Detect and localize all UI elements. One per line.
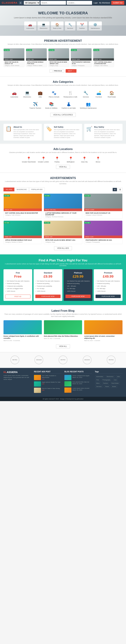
tag-photography[interactable]: Photography (101, 378, 111, 381)
ad-grid-card-6[interactable]: For SalePRICE: £100 PHOTOGRAPHY SERVICES… (84, 220, 122, 244)
blog-title-2: Duis placerat felis vitae dui finibus bi… (44, 335, 82, 337)
cat-services[interactable]: 🔧Services (80, 89, 92, 100)
ad-card-3[interactable]: For SalePRICE: £50 PETS FOR SALES IN NEW… (48, 48, 69, 67)
submit-ad-button[interactable]: SUBMIT AD (111, 1, 124, 5)
cat-jobs[interactable]: 💼Jobs (34, 89, 46, 100)
tag-bikes[interactable]: Bikes (95, 382, 101, 384)
tab-all-ads[interactable]: ALL ADS (4, 188, 14, 192)
cat-pets[interactable]: 🐾Pets & Animals (47, 89, 61, 100)
prev-button[interactable]: ← PREVIOUS (50, 69, 64, 73)
ad-card-4[interactable]: For SalePRICE: £100 PHOTOGRAPHY SERVICES… (71, 48, 92, 67)
tab-popular-ads[interactable]: POPULAR ADS (29, 188, 45, 192)
badge-5[interactable]: RETRO (107, 356, 115, 364)
cat-travel[interactable]: ✈️Travel & Tourism (28, 100, 43, 111)
wishlist-link[interactable]: My Wishlisted (99, 2, 110, 4)
tag-realestate[interactable]: Real Estate (110, 382, 120, 384)
next-button[interactable]: NEXT → (66, 69, 76, 73)
footer-ad-3[interactable]: Pets for Sales in New Jersey£50 (34, 388, 62, 393)
plan-premium-btn[interactable]: PURCHASE NOW (95, 294, 121, 298)
ad-grid-card-1[interactable]: For SalePRICE: £15 HOT COFFEE AVAILABLE … (4, 194, 42, 219)
location-input[interactable] (67, 1, 92, 5)
cat-fashion[interactable]: 👗Fashion & Lab Style (60, 100, 77, 111)
footer-tags-title: Tags (95, 371, 122, 374)
plan-platinum-btn[interactable]: PURCHASE NOW (65, 294, 91, 298)
ad-card-5[interactable]: For SalePRICE: £15 HOT COFFEE AVAILABLE … (93, 48, 114, 67)
location-manchester[interactable]: 📍Greater Manchester (22, 156, 36, 163)
badge-3[interactable]: RETRO (59, 356, 67, 364)
view-all-locations-button[interactable]: VIEW ALL (56, 165, 70, 169)
cat-books[interactable]: 📚Books & Hobbies (44, 100, 59, 111)
menu-icon[interactable]: ☰ (19, 1, 22, 4)
pricing-subtitle: A advertisement section where we have tw… (4, 263, 122, 266)
tag-cars[interactable]: Cars (113, 378, 118, 381)
buy-text: Sed ut perspiciatis unde omnis iste natu… (94, 129, 120, 138)
list-view-button[interactable]: ☰ (118, 188, 122, 192)
cat-working[interactable]: 👥Working & Maintenance (78, 100, 98, 111)
advertisements-title: ADVERTISEMENTS (4, 176, 122, 180)
tag-jobs[interactable]: Jobs (116, 375, 121, 378)
view-all-ads-button[interactable]: VIEW ALL ADS (54, 246, 72, 250)
login-link[interactable]: Login (93, 2, 98, 4)
cat-furniture[interactable]: 🛋️Furniture (93, 89, 105, 100)
hero-title: WELCOME TO CLASSIERA (4, 11, 122, 15)
blog-card-1[interactable]: Donec volutpat lorem ligula, in vestibul… (4, 320, 42, 342)
plan-standard-name: Standard (35, 272, 61, 274)
tag-travel[interactable]: Travel (104, 385, 110, 388)
footer-ad-2[interactable]: Apple Iphone Mobile For Sale£99 (34, 381, 62, 386)
footer-blog-title: BLOG RECENT POSTS (64, 371, 92, 374)
badge-2[interactable]: DESIGN (35, 356, 43, 364)
location-paisley[interactable]: 📍Paisley (51, 156, 63, 163)
tag-fashion[interactable]: Fashion (102, 382, 109, 384)
blog-card-3[interactable]: Lorem ipsum dolor sit amet, consectetur … (84, 320, 122, 342)
ad-grid-card-4[interactable]: For SaleFREE: £99 APPLE IPHONE MOBILE FO… (4, 220, 42, 244)
hero-section: WELCOME TO CLASSIERA Lorem Ipsum is simp… (0, 6, 126, 36)
plan-free-btn[interactable]: POST AD (5, 294, 31, 298)
cat-realestate[interactable]: 🏠Real Estate (106, 89, 118, 100)
tag-pets[interactable]: Pets (95, 378, 100, 381)
location-bonus[interactable]: 📍Bonus (92, 156, 104, 163)
ad-grid-card-5[interactable]: For SalePRICE: £50 PETS FOR SALES IN NEW… (44, 220, 82, 244)
location-iowa[interactable]: 📍Iowa City (78, 156, 90, 163)
footer-blog-3[interactable]: Lorem ipsum dolor sit ametMarch 16, 2015 (64, 388, 92, 393)
view-all-blog-button[interactable]: VIEW ALL (56, 344, 70, 348)
cat-restaurants[interactable]: 🍴Restaurants & Cafe (62, 89, 79, 100)
cat-electronics[interactable]: 💻Electronics (21, 89, 33, 100)
category-dropdown[interactable]: All Categories (24, 1, 40, 5)
footer-tags: Automotive Electronics Jobs Pets Photogr… (95, 375, 122, 388)
plan-standard-btn[interactable]: PURCHASE NOW (35, 294, 61, 298)
pricing-section: Find A Plan That,s Right For You A adver… (0, 254, 126, 305)
tag-services[interactable]: Services (95, 385, 103, 388)
footer-blog-1[interactable]: Donec volutpat lorem ligulaMarch 16, 201… (64, 375, 92, 380)
badge-4[interactable]: DESIGN (83, 356, 91, 364)
footer-blog-2[interactable]: Duis placerat felis vitae duiMarch 16, 2… (64, 381, 92, 386)
logo[interactable]: CLASSIERA (2, 2, 18, 4)
tag-books[interactable]: Books (111, 385, 117, 388)
grid-view-button[interactable]: ⊞ (112, 188, 117, 192)
copyright: All rights reserved © 2015 · Design & De… (43, 398, 83, 400)
location-bellingham[interactable]: 📍Bellingham (65, 156, 77, 163)
badge-1[interactable]: RETRO (11, 356, 19, 364)
blog-section: Latest From Blog There are many variatio… (0, 306, 126, 352)
footer-ad-1[interactable]: Hot Coffee Available in Manchester£15 (34, 375, 62, 380)
hero-subtitle: Lorem Ipsum is simply dummy text of the … (4, 17, 122, 19)
blog-meta-1: March 16, 2015 · 3 Comments (4, 340, 42, 341)
pricing-card-standard: Standard £9.99 Get Started Free plan wit… (34, 269, 62, 301)
ad-card-2[interactable]: For SaleFREE: £99 APPLE IPHONE MOBILE FO… (26, 48, 47, 67)
footer-col-blog: BLOG RECENT POSTS Donec volutpat lorem l… (64, 371, 92, 394)
ad-card-1[interactable]: For SalePRICE: £195 BIKE FOR SALES IN DU… (4, 48, 25, 67)
ad-grid-card-2[interactable]: For SalePRICE: ON CALL LAPTOP REPAIRING … (44, 194, 82, 219)
location-london[interactable]: 📍Greater London (37, 156, 50, 163)
blog-info-2: Duis placerat felis vitae dui finibus bi… (44, 334, 82, 340)
tag-electronics[interactable]: Electronics (105, 375, 114, 378)
about-icon: 📋 (6, 126, 12, 132)
about-content: About Us Sed ut perspiciatis unde omnis … (14, 126, 40, 138)
view-all-categories-button[interactable]: VIEW ALL CATEGORIES (50, 113, 76, 117)
search-input[interactable] (40, 1, 66, 5)
info-box-about: 📋 About Us Sed ut perspiciatis unde omni… (4, 124, 42, 140)
cat-automotive[interactable]: 🚗Automotive (8, 89, 20, 100)
ad-grid-card-3[interactable]: For SalePRICE: £1500 BIKE FOR SALES IN D… (84, 194, 122, 219)
tag-automotive[interactable]: Automotive (95, 375, 104, 378)
blog-card-2[interactable]: Duis placerat felis vitae dui finibus bi… (44, 320, 82, 342)
blog-img-3 (84, 320, 122, 334)
tab-masoncasc[interactable]: MASONCASC (14, 188, 29, 192)
